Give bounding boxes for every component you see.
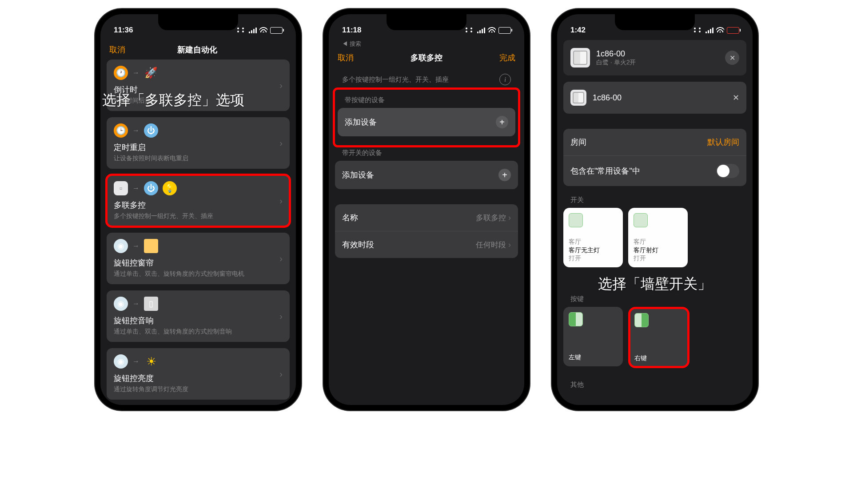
done-button[interactable]: 完成: [499, 52, 515, 63]
switch-tile-icon: [634, 213, 648, 227]
plus-icon: +: [498, 169, 511, 181]
period-value: 任何时段: [476, 241, 506, 249]
common-devices-row[interactable]: 包含在"常用设备"中: [563, 156, 746, 186]
status-time: 11:36: [114, 26, 133, 35]
notch: [387, 14, 466, 30]
notch: [615, 14, 695, 30]
switch-tile-1[interactable]: 客厅 客厅无主灯 打开: [563, 208, 623, 267]
knob-icon: ◉: [114, 354, 128, 369]
card-title: 旋钮控窗帘: [114, 258, 283, 268]
add-device-label: 添加设备: [342, 170, 374, 180]
device-name: 1c86-00: [596, 49, 636, 59]
switch-section-label: 开关: [563, 192, 746, 208]
switch-device-icon: [570, 48, 590, 67]
phone-3: 1:42 1c86-00 白鹭 · 单火2开 ✕ 1c86-00 ✕ 房间 默认…: [552, 9, 758, 410]
close-button[interactable]: ✕: [725, 51, 739, 65]
device-row-name: 1c86-00: [593, 93, 622, 103]
knob-icon: ◉: [114, 297, 128, 311]
name-value: 多联多控: [476, 214, 506, 222]
nav-bar: 取消 多联多控 完成: [329, 48, 524, 67]
card-subtitle: 让设备按照时间表断电重启: [114, 155, 283, 163]
status-time: 1:42: [570, 26, 586, 35]
arrow-icon: →: [132, 69, 140, 77]
clock-icon: 🕐: [114, 66, 128, 80]
cancel-button[interactable]: 取消: [338, 52, 354, 63]
arrow-icon: →: [132, 184, 140, 192]
name-row[interactable]: 名称 多联多控 ›: [335, 204, 518, 231]
power-icon: ⏻: [144, 123, 158, 138]
automation-card-knob-audio[interactable]: ◉ → ▯ 旋钮控音响 通过单击、双击、旋转角度的方式控制音响 ›: [107, 290, 290, 342]
period-row[interactable]: 有效时段 任何时段 ›: [335, 231, 518, 258]
info-icon[interactable]: i: [499, 74, 511, 85]
card-subtitle: 通过旋转角度调节灯光亮度: [114, 385, 283, 393]
battery-icon: [270, 27, 283, 34]
wifi-icon: [716, 26, 724, 35]
speaker-icon: ▯: [144, 297, 158, 311]
arrow-icon: →: [132, 300, 140, 308]
card-title: 旋钮控音响: [114, 315, 283, 326]
knob-icon: ◉: [114, 239, 128, 253]
phone-1: 11:36 取消 新建自动化 🕐 → 🚀 倒计时 一段时间后执行 › 选择「多联…: [95, 9, 301, 410]
room-value: 默认房间: [707, 137, 739, 147]
control-center-icon: [237, 28, 246, 33]
control-center-icon: [466, 28, 474, 33]
signal-icon: [477, 28, 485, 33]
key-tile-right[interactable]: 右键: [629, 308, 689, 367]
tile-label: 客厅 客厅无主灯 打开: [569, 238, 618, 262]
nav-bar: 取消 新建自动化: [100, 40, 296, 60]
chevron-right-icon: ›: [279, 311, 283, 321]
bulb-icon: 💡: [163, 181, 177, 195]
page-title: 新建自动化: [177, 44, 217, 55]
card-subtitle: 通过单击、双击、旋转角度的方式控制窗帘电机: [114, 270, 283, 278]
status-time: 11:18: [342, 26, 361, 35]
subtitle-text: 多个按键控制一组灯光、开关、插座: [342, 75, 449, 84]
card-subtitle: 通过单击、双击、旋转角度的方式控制音响: [114, 328, 283, 336]
automation-card-multicontrol[interactable]: ▫ → ⏻ 💡 多联多控 多个按键控制一组灯光、开关、插座 ›: [107, 175, 290, 226]
name-label: 名称: [342, 212, 358, 223]
common-label: 包含在"常用设备"中: [570, 166, 640, 176]
arrow-icon: →: [132, 127, 140, 135]
chevron-right-icon: ›: [279, 138, 283, 148]
add-device-button-2[interactable]: 添加设备 +: [335, 161, 518, 189]
switch-device-icon: [570, 90, 586, 106]
back-to-search[interactable]: ◀ 搜索: [329, 40, 524, 48]
chevron-right-icon: ›: [279, 369, 283, 379]
switch-icon: ▫: [114, 181, 128, 195]
key-tile-icon: [569, 312, 583, 326]
card-title: 多联多控: [114, 200, 283, 210]
room-row[interactable]: 房间 默认房间: [563, 129, 746, 156]
add-device-button[interactable]: 添加设备 +: [338, 108, 515, 136]
section-label-buttons: 带按键的设备: [338, 92, 515, 108]
automation-card-countdown[interactable]: 🕐 → 🚀 倒计时 一段时间后执行 › 选择「多联多控」选项: [107, 60, 290, 111]
wifi-icon: [259, 26, 267, 35]
cancel-button[interactable]: 取消: [109, 44, 125, 55]
automation-card-scheduled-restart[interactable]: 🕒 → ⏻ 定时重启 让设备按照时间表断电重启 ›: [107, 117, 290, 169]
section-label-switches: 带开关的设备: [335, 145, 518, 161]
toggle-switch[interactable]: [716, 164, 739, 178]
remove-icon[interactable]: ✕: [733, 93, 739, 103]
tile-label: 客厅 客厅射灯 打开: [634, 238, 682, 262]
automation-card-knob-curtain[interactable]: ◉ → 旋钮控窗帘 通过单击、双击、旋转角度的方式控制窗帘电机 ›: [107, 233, 290, 284]
period-label: 有效时段: [342, 239, 374, 250]
notch: [158, 14, 238, 30]
chevron-right-icon: ›: [508, 213, 511, 222]
device-header: 1c86-00 白鹭 · 单火2开 ✕: [563, 40, 746, 75]
control-center-icon: [694, 28, 703, 33]
signal-icon: [249, 28, 257, 33]
add-device-label: 添加设备: [345, 117, 377, 127]
battery-icon: [498, 27, 511, 34]
automation-card-knob-brightness[interactable]: ◉ → ☀ 旋钮控亮度 通过旋转角度调节灯光亮度 ›: [107, 348, 290, 400]
key-tile-left[interactable]: 左键: [563, 307, 623, 366]
keys-section-label: 按键: [563, 291, 746, 307]
chevron-right-icon: ›: [279, 196, 283, 206]
key-label: 右键: [634, 354, 683, 362]
signal-icon: [706, 28, 713, 33]
device-row[interactable]: 1c86-00 ✕: [563, 82, 746, 114]
switch-tile-2[interactable]: 客厅 客厅射灯 打开: [628, 208, 688, 267]
rocket-icon: 🚀: [144, 66, 158, 80]
page-title: 多联多控: [411, 52, 442, 63]
chevron-right-icon: ›: [279, 254, 283, 264]
chevron-right-icon: ›: [279, 80, 283, 91]
highlight-annotation: 带按键的设备 添加设备 +: [336, 91, 517, 144]
phone-2: 11:18 ◀ 搜索 取消 多联多控 完成 多个按键控制一组灯光、开关、插座 i…: [323, 9, 530, 410]
